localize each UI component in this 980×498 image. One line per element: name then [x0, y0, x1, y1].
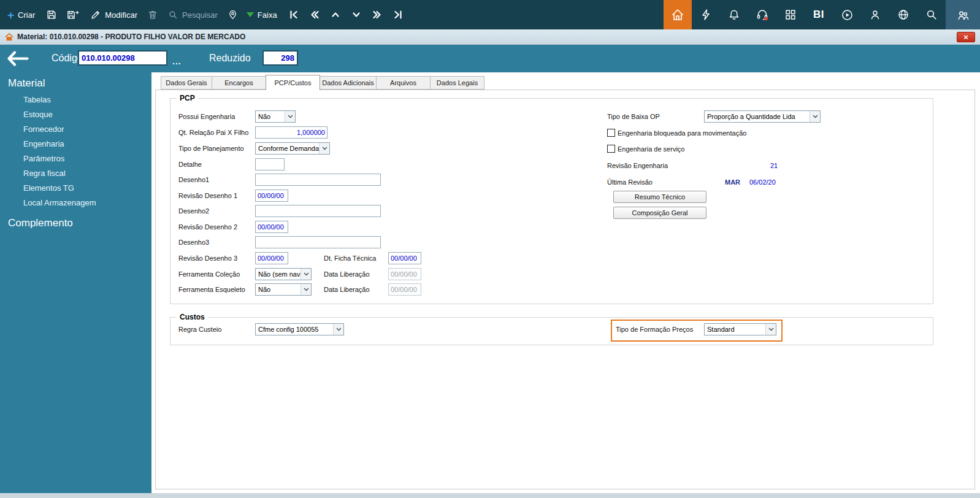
possui-engenharia-label: Possui Engenharia — [178, 113, 235, 120]
engenharia-servico-label: Engenharia de serviço — [618, 145, 684, 153]
detalhe-input[interactable] — [255, 158, 285, 170]
media-button[interactable] — [833, 0, 861, 29]
close-button[interactable]: × — [957, 32, 975, 42]
sidebar-nav: Material Tabelas Estoque Fornecedor Enge… — [0, 72, 151, 493]
notifications-button[interactable] — [720, 0, 748, 29]
revisao-desenho3-input[interactable] — [255, 252, 288, 264]
combo-value: Não (sem nava — [256, 270, 301, 278]
ferramenta-esqueleto-combo[interactable]: Não — [255, 283, 312, 296]
play-circle-icon — [841, 9, 854, 21]
search-icon — [168, 10, 178, 20]
tab-dados-legais[interactable]: Dados Legais — [430, 76, 484, 90]
desenho3-label: Desenho3 — [178, 239, 209, 246]
combo-value: Cfme config 100055 — [256, 326, 333, 333]
tab-encargos[interactable]: Encargos — [212, 76, 266, 90]
save-button[interactable] — [46, 9, 57, 20]
faixa-label: Faixa — [258, 10, 277, 20]
record-header: Código ... Reduzido — [0, 45, 980, 72]
data-liberacao2-label: Data Liberação — [324, 286, 370, 293]
apps-button[interactable] — [776, 0, 805, 29]
more-button[interactable]: ... — [172, 56, 182, 66]
data-liberacao1-label: Data Liberação — [324, 270, 370, 278]
dt-ficha-tecnica-input[interactable] — [388, 252, 421, 264]
reduzido-input[interactable] — [262, 50, 298, 66]
data-liberacao2-input — [388, 283, 421, 296]
apps-grid-icon — [784, 9, 797, 21]
delete-button[interactable] — [147, 9, 158, 20]
lightning-icon — [700, 9, 712, 21]
tipo-baixa-op-combo[interactable]: Proporção a Quantidade Lida — [704, 110, 821, 123]
tab-arquivos[interactable]: Arquivos — [376, 76, 431, 90]
nav-down-button[interactable] — [346, 9, 367, 20]
window-title: Material: 010.010.00298 - PRODUTO FILHO … — [17, 33, 245, 41]
sidebar-item-fornecedor[interactable]: Fornecedor — [23, 124, 64, 134]
combo-value: Conforme Demanda — [256, 145, 319, 152]
tab-dados-gerais[interactable]: Dados Gerais — [161, 76, 212, 90]
combo-value: Não — [256, 113, 285, 120]
criar-button[interactable]: + Criar — [7, 9, 35, 21]
quick-actions-button[interactable] — [692, 0, 720, 29]
revisao-desenho3-label: Revisão Desenho 3 — [178, 255, 237, 262]
sidebar-section-complemento[interactable]: Complemento — [8, 217, 73, 229]
codigo-input[interactable] — [78, 50, 167, 66]
location-button[interactable] — [228, 9, 238, 20]
revisao-desenho1-input[interactable] — [255, 190, 288, 202]
nav-up-icon — [330, 9, 341, 20]
tipo-formacao-precos-combo[interactable]: Standard — [704, 323, 776, 335]
tipo-baixa-op-label: Tipo de Baixa OP — [607, 113, 660, 120]
toolbar-right-group: BI — [664, 0, 980, 29]
sidebar-item-tabelas[interactable]: Tabelas — [23, 95, 51, 104]
global-search-button[interactable] — [917, 0, 946, 29]
faixa-triangle-icon — [247, 12, 254, 17]
sidebar-item-regra-fiscal[interactable]: Regra fiscal — [23, 169, 66, 178]
criar-label: Criar — [18, 10, 35, 20]
nav-last-icon — [392, 9, 404, 20]
nav-first-button[interactable] — [283, 9, 304, 20]
desenho3-input[interactable] — [255, 236, 381, 248]
nav-prev-button[interactable] — [304, 9, 325, 20]
revisao-desenho2-input[interactable] — [255, 221, 288, 233]
material-window-icon — [5, 33, 13, 41]
bi-label: BI — [813, 9, 824, 21]
nav-prev-icon — [309, 9, 320, 20]
bi-button[interactable]: BI — [805, 0, 833, 29]
ferramenta-colecao-combo[interactable]: Não (sem nava — [255, 268, 312, 280]
plus-icon: + — [7, 9, 14, 21]
desenho2-input[interactable] — [255, 205, 381, 217]
profile-button[interactable] — [946, 0, 980, 29]
modificar-button[interactable]: Modificar — [90, 9, 137, 20]
regra-custeio-combo[interactable]: Cfme config 100055 — [255, 323, 344, 335]
faixa-button[interactable]: Faixa — [247, 10, 277, 20]
resumo-tecnico-button[interactable]: Resumo Técnico — [613, 191, 706, 203]
contacts-icon — [869, 9, 881, 21]
tipo-planejamento-combo[interactable]: Conforme Demanda — [255, 142, 330, 155]
pesquisar-button[interactable]: Pesquisar — [168, 10, 218, 20]
bottom-strip — [0, 493, 980, 498]
ultima-revisao-mes: MAR — [725, 178, 740, 186]
back-button[interactable] — [6, 50, 29, 70]
sidebar-item-estoque[interactable]: Estoque — [23, 110, 53, 119]
engenharia-servico-checkbox[interactable] — [607, 145, 615, 153]
home-button[interactable] — [664, 0, 692, 29]
tab-pcp-custos[interactable]: PCP/Custos — [266, 75, 320, 90]
sidebar-item-elementos-tg[interactable]: Elementos TG — [23, 183, 74, 193]
nav-next-button[interactable] — [367, 9, 388, 20]
save-icon — [46, 9, 57, 20]
composicao-geral-button[interactable]: Composição Geral — [613, 207, 706, 219]
engenharia-bloqueada-checkbox[interactable] — [607, 129, 615, 137]
sidebar-item-local-armazenagem[interactable]: Local Armazenagem — [23, 198, 96, 207]
contacts-button[interactable] — [861, 0, 889, 29]
tab-dados-adicionais[interactable]: Dados Adicionais — [320, 76, 377, 90]
pcp-groupbox-legend: PCP — [177, 94, 198, 102]
support-button[interactable] — [748, 0, 776, 29]
sidebar-item-engenharia[interactable]: Engenharia — [23, 139, 64, 148]
qt-relacao-input[interactable] — [255, 126, 327, 139]
nav-last-button[interactable] — [388, 9, 408, 20]
desenho1-input[interactable] — [255, 174, 381, 186]
nav-up-button[interactable] — [325, 9, 346, 20]
sidebar-section-material[interactable]: Material — [8, 77, 45, 90]
web-button[interactable] — [889, 0, 917, 29]
save-new-button[interactable] — [66, 9, 79, 20]
sidebar-item-parametros[interactable]: Parâmetros — [23, 154, 64, 163]
possui-engenharia-combo[interactable]: Não — [255, 110, 296, 123]
